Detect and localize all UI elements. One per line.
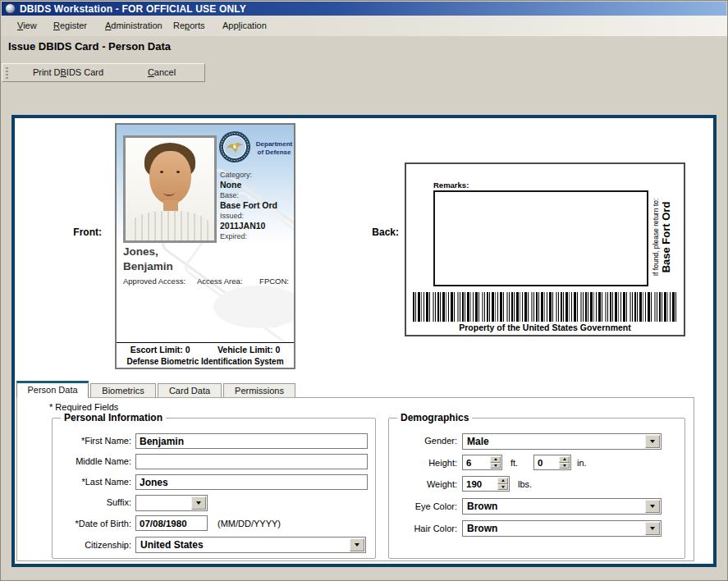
demographics-legend: Demographics — [397, 412, 472, 423]
weight-stepper[interactable] — [462, 476, 510, 492]
first-name-input[interactable] — [135, 433, 368, 449]
dropdown-arrow-icon[interactable] — [191, 496, 206, 510]
height-label: Height: — [382, 458, 457, 468]
card-field-value: None — [220, 180, 294, 190]
hair-color-label: Hair Color: — [382, 524, 457, 533]
card-field-label: Issued: — [220, 212, 294, 221]
barcode — [413, 292, 677, 322]
card-front-fields: Category: None Base: Base Fort Ord Issue… — [220, 171, 294, 247]
required-fields-note: * Required Fields — [49, 402, 118, 412]
remarks-box — [433, 190, 648, 286]
spin-down-icon[interactable] — [497, 484, 508, 491]
toolbar: Print DBIDS Card Cancel — [2, 63, 205, 82]
date-format-hint: (MM/DD/YYYY) — [217, 519, 281, 528]
fpcon-label: FPCON: — [259, 277, 289, 286]
dbids-card-back-preview: Remarks: If found, please return to: Bas… — [405, 162, 685, 336]
inches-unit-label: in. — [577, 458, 587, 468]
toolbar-grip-handle[interactable] — [6, 67, 8, 79]
dbids-card-front-preview: Department of Defense Category: None Bas… — [115, 123, 295, 369]
date-of-birth-label: *Date of Birth: — [48, 519, 131, 528]
height-inches-stepper[interactable] — [533, 455, 571, 470]
window-title: DBIDS Workstation - FOR OFFICIAL USE ONL… — [20, 3, 246, 15]
return-to-text: If found, please return to: Base Fort Or… — [652, 190, 680, 285]
spin-up-icon[interactable] — [497, 478, 508, 484]
remarks-label: Remarks: — [433, 181, 469, 190]
weight-label: Weight: — [382, 479, 457, 489]
menu-register[interactable]: Register — [52, 16, 89, 36]
height-feet-stepper[interactable] — [462, 455, 502, 470]
dropdown-arrow-icon[interactable] — [645, 435, 660, 448]
portrait-photo — [123, 135, 217, 243]
eye-color-label: Eye Color: — [382, 501, 457, 511]
tab-card-data[interactable]: Card Data — [158, 383, 222, 398]
menu-reports[interactable]: Reports — [172, 16, 207, 36]
vehicle-limit: Vehicle Limit: 0 — [217, 345, 280, 355]
app-globe-icon — [5, 3, 16, 14]
card-field-value: Base Fort Ord — [220, 200, 294, 210]
tab-person-data[interactable]: Person Data — [16, 381, 89, 398]
back-card-label: Back: — [353, 226, 399, 238]
dod-seal-icon — [215, 127, 254, 166]
dod-org-text: Department of Defense — [253, 140, 295, 157]
menu-application[interactable]: Application — [221, 16, 268, 36]
last-name-input[interactable] — [135, 474, 368, 490]
date-of-birth-input[interactable] — [135, 515, 208, 531]
spin-up-icon[interactable] — [559, 456, 570, 463]
approved-access-label: Approved Access: — [123, 277, 185, 286]
last-name-label: *Last Name: — [48, 477, 131, 487]
access-area-label: Access Area: — [197, 277, 242, 286]
spin-down-icon[interactable] — [559, 463, 570, 469]
print-dbids-card-button[interactable]: Print DBIDS Card — [14, 65, 122, 80]
gender-select[interactable]: Male — [462, 433, 662, 450]
feet-unit-label: ft. — [511, 458, 518, 468]
personal-information-legend: Personal Information — [61, 412, 166, 423]
barcode-caption: Property of the United States Government — [406, 323, 684, 332]
card-field-label: Expired: — [220, 232, 294, 241]
spin-up-icon[interactable] — [490, 456, 501, 463]
card-footer-text: Defense Biometric Identification System — [117, 355, 294, 369]
middle-name-label: Middle Name: — [48, 456, 131, 466]
dropdown-arrow-icon[interactable] — [350, 538, 364, 551]
citizenship-label: Citizenship: — [48, 540, 131, 550]
cardholder-name: Jones, Benjamin — [123, 245, 173, 274]
tab-permissions[interactable]: Permissions — [223, 383, 295, 398]
menu-view[interactable]: View — [16, 16, 39, 36]
suffix-label: Suffix: — [48, 497, 131, 507]
escort-limit: Escort Limit: 0 — [130, 345, 190, 355]
dropdown-arrow-icon[interactable] — [645, 522, 660, 535]
spin-down-icon[interactable] — [490, 463, 501, 469]
middle-name-input[interactable] — [135, 454, 368, 469]
page-title: Issue DBIDS Card - Person Data — [8, 40, 171, 53]
card-field-value — [220, 241, 294, 245]
citizenship-select[interactable]: United States — [135, 537, 366, 553]
titlebar: DBIDS Workstation - FOR OFFICIAL USE ONL… — [2, 2, 726, 16]
eye-color-select[interactable]: Brown — [462, 498, 662, 515]
limits-row: Escort Limit: 0 Vehicle Limit: 0 — [117, 342, 294, 356]
dropdown-arrow-icon[interactable] — [645, 500, 660, 513]
dbids-workstation-window: { "window": { "title": "DBIDS Workstatio… — [0, 0, 728, 581]
suffix-select[interactable] — [135, 495, 208, 511]
card-field-value: 2011JAN10 — [220, 221, 294, 231]
card-field-label: Category: — [220, 171, 294, 180]
menu-administration[interactable]: Administration — [103, 16, 164, 36]
front-card-label: Front: — [49, 226, 102, 238]
tab-biometrics[interactable]: Biometrics — [90, 383, 156, 398]
menubar: View Register Administration Reports App… — [1, 16, 727, 36]
card-field-label: Base: — [220, 191, 294, 200]
weight-unit-label: lbs. — [518, 479, 532, 489]
hair-color-select[interactable]: Brown — [462, 520, 662, 537]
cancel-button[interactable]: Cancel — [126, 65, 198, 80]
first-name-label: *First Name: — [48, 436, 131, 446]
card-watermark — [213, 286, 295, 328]
gender-label: Gender: — [382, 436, 457, 446]
